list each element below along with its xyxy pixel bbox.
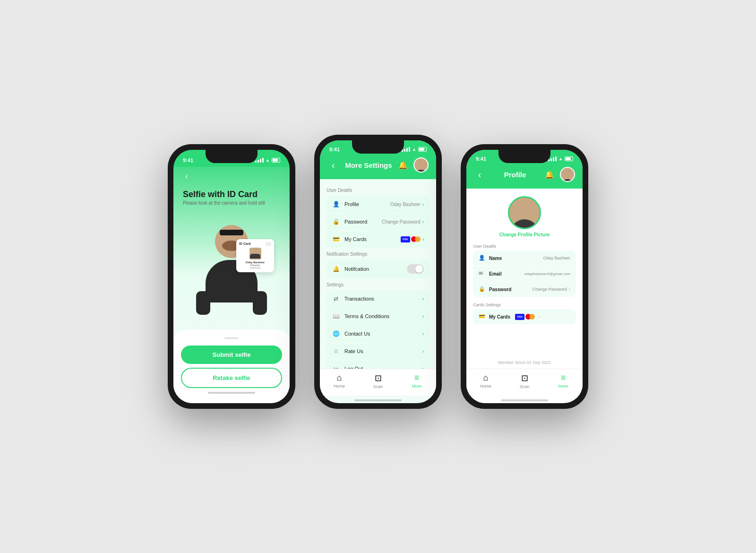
user-details-group: 👤 Profile Oday Basheer › 🔒 Password Chan… bbox=[326, 196, 430, 248]
nav-home-3[interactable]: ⌂ Home bbox=[466, 373, 505, 389]
rate-chevron-icon: › bbox=[422, 349, 424, 354]
status-icons-2: ▲ bbox=[402, 147, 427, 152]
selfie-bottom-sheet: Submit selfie Retake selfie bbox=[173, 330, 290, 403]
password-chevron-icon-3: › bbox=[569, 287, 570, 292]
time-1: 9:41 bbox=[183, 157, 193, 163]
header-avatar-2[interactable] bbox=[413, 157, 429, 173]
email-value: odaytbasheer5@gmail.com bbox=[515, 272, 570, 276]
back-button-3[interactable]: ‹ bbox=[474, 169, 485, 180]
logout-icon: ↪ bbox=[332, 365, 340, 369]
profile-screen: 9:41 ▲ bbox=[466, 150, 583, 403]
back-button-1[interactable]: ‹ bbox=[181, 171, 192, 182]
profile-user-group: 👤 Name Oday Basheer ✉ Email odaytbasheer… bbox=[473, 251, 576, 297]
wifi-icon-1: ▲ bbox=[266, 158, 270, 163]
nav-more-label-3: More bbox=[558, 384, 568, 389]
wifi-icon-2: ▲ bbox=[412, 147, 416, 152]
profile-label: Profile bbox=[344, 201, 390, 207]
nav-scan-2[interactable]: ⊡ Scan bbox=[359, 373, 397, 389]
settings-title: More Settings bbox=[339, 161, 398, 169]
status-icons-3: ▲ bbox=[548, 156, 573, 161]
profile-section-user: User Deatils bbox=[466, 242, 583, 251]
contact-chevron-icon: › bbox=[422, 331, 424, 337]
header-row-3: ‹ Profile 🔔 bbox=[474, 167, 575, 182]
retake-selfie-button[interactable]: Retake selfie bbox=[181, 368, 282, 388]
back-button-2[interactable]: ‹ bbox=[327, 159, 339, 171]
nav-scan-3[interactable]: ⊡ Scan bbox=[505, 373, 544, 389]
notification-label: Notifcation bbox=[344, 266, 407, 272]
profile-chevron-icon: › bbox=[422, 202, 424, 207]
nav-home-2[interactable]: ⌂ Home bbox=[320, 373, 359, 389]
mastercard-icon-3 bbox=[525, 314, 535, 320]
mycards-label-3: My Cards bbox=[489, 314, 515, 320]
mycards-item[interactable]: 💳 My Cards VISA › bbox=[326, 231, 430, 248]
bell-icon-2[interactable]: 🔔 bbox=[398, 161, 408, 170]
home-icon-3: ⌂ bbox=[483, 373, 489, 383]
password-value: Change Password bbox=[382, 219, 421, 225]
mycards-item-3[interactable]: 💳 My Cards VISA › bbox=[473, 309, 576, 324]
password-item[interactable]: 🔒 Password Change Password › bbox=[326, 213, 430, 231]
bottom-nav-3: ⌂ Home ⊡ Scan ≡ More bbox=[466, 369, 583, 396]
selfie-subtitle: Please look at the camera and hold still bbox=[183, 200, 280, 206]
profile-item[interactable]: 👤 Profile Oday Basheer › bbox=[326, 196, 430, 213]
notification-toggle[interactable] bbox=[407, 264, 424, 274]
name-item[interactable]: 👤 Name Oday Basheer bbox=[473, 251, 576, 266]
profile-section-cards: Cards Settings bbox=[466, 301, 583, 309]
bell-icon-3[interactable]: 🔔 bbox=[545, 170, 554, 179]
status-icons-1: ▲ bbox=[255, 158, 280, 163]
home-icon-2: ⌂ bbox=[337, 373, 342, 383]
card-icon: 💳 bbox=[332, 235, 340, 243]
password-chevron-icon: › bbox=[422, 219, 424, 225]
logout-item[interactable]: ↪ Log Out › bbox=[326, 360, 430, 369]
rate-item[interactable]: ☆ Rate Us › bbox=[326, 343, 430, 360]
notification-item[interactable]: 🔔 Notifcation bbox=[326, 259, 430, 278]
header-avatar-3[interactable] bbox=[560, 167, 575, 182]
profile-title: Profile bbox=[485, 171, 545, 179]
rate-label: Rate Us bbox=[344, 348, 422, 354]
password-value-3: Change Password bbox=[515, 287, 567, 292]
phone-1: 9:41 ▲ bbox=[168, 144, 295, 409]
signal-icon-1 bbox=[255, 158, 264, 163]
selfie-screen: 9:41 ▲ bbox=[173, 150, 290, 403]
wifi-icon-3: ▲ bbox=[558, 156, 563, 161]
password-item-3[interactable]: 🔒 Password Change Password › bbox=[473, 282, 576, 297]
phone-3: 9:41 ▲ bbox=[461, 144, 588, 409]
settings-content: User Deatils 👤 Profile Oday Basheer › 🔒 … bbox=[320, 179, 436, 369]
nav-more-3[interactable]: ≡ More bbox=[544, 373, 583, 389]
bell-icon: 🔔 bbox=[332, 265, 340, 273]
terms-chevron-icon: › bbox=[422, 314, 424, 319]
submit-selfie-button[interactable]: Submit selfie bbox=[181, 346, 282, 364]
id-card: ID Card Oday Basheer Palestine 40845452 bbox=[236, 239, 274, 272]
contact-item[interactable]: 🌐 Contact Us › bbox=[326, 325, 430, 343]
more-icon-2: ≡ bbox=[414, 373, 420, 383]
mycards-chevron-icon: › bbox=[422, 237, 424, 242]
lock-icon-3: 🔒 bbox=[479, 286, 485, 293]
terms-label: Terms & Conditions bbox=[344, 313, 422, 319]
password-label-3: Password bbox=[489, 287, 515, 292]
selfie-title: Selfie with ID Card bbox=[183, 190, 280, 199]
nav-more-label-2: More bbox=[412, 384, 422, 389]
nav-more-2[interactable]: ≡ More bbox=[397, 373, 436, 389]
mycards-label: My Cards bbox=[344, 236, 401, 242]
selfie-title-area: Selfie with ID Card Please look at the c… bbox=[173, 182, 290, 209]
home-indicator-3 bbox=[501, 399, 548, 401]
lock-icon: 🔒 bbox=[332, 218, 340, 225]
password-label: Password bbox=[344, 219, 382, 225]
rate-icon: ☆ bbox=[332, 347, 340, 355]
person-icon: 👤 bbox=[479, 255, 485, 261]
email-item[interactable]: ✉ Email odaytbasheer5@gmail.com bbox=[473, 266, 576, 282]
id-card-photo bbox=[249, 248, 261, 259]
change-photo-link[interactable]: Change Profile Picture bbox=[499, 232, 550, 237]
terms-item[interactable]: 📖 Terms & Conditions › bbox=[326, 308, 430, 325]
time-3: 9:41 bbox=[476, 156, 486, 162]
battery-icon-1 bbox=[272, 158, 280, 163]
notch-2 bbox=[352, 140, 404, 154]
battery-icon-3 bbox=[565, 156, 573, 161]
section-user-details: User Deatils bbox=[326, 188, 430, 193]
toggle-knob bbox=[415, 265, 423, 273]
selfie-header: ‹ bbox=[173, 167, 290, 182]
email-label: Email bbox=[489, 271, 515, 276]
transactions-item[interactable]: ⇄ Transactions › bbox=[326, 290, 430, 308]
scene: 9:41 ▲ bbox=[139, 111, 617, 442]
profile-avatar bbox=[508, 196, 541, 229]
settings-group: ⇄ Transactions › 📖 Terms & Conditions › … bbox=[326, 290, 430, 369]
